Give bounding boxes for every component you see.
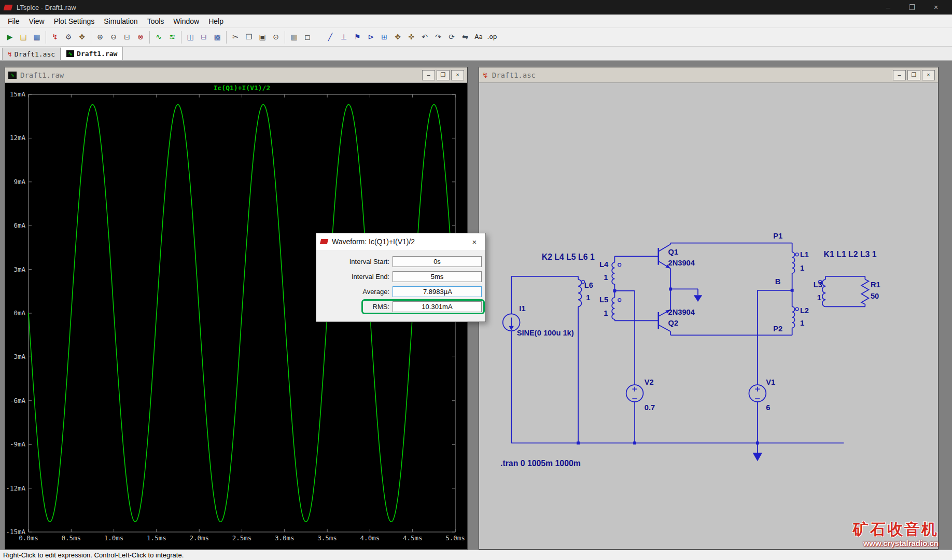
mirror-icon[interactable]: ⇋ xyxy=(458,30,472,44)
v1-value[interactable]: 6 xyxy=(766,403,770,412)
interval-start-input[interactable] xyxy=(393,256,482,267)
l3-value[interactable]: 1 xyxy=(817,293,821,302)
probe-icon[interactable]: ↯ xyxy=(48,30,62,44)
copy-icon[interactable]: ❐ xyxy=(242,30,256,44)
menu-tools[interactable]: Tools xyxy=(143,16,169,27)
print-preview-icon[interactable]: ◻ xyxy=(301,30,314,44)
svg-text:-9mA: -9mA xyxy=(10,440,26,448)
v1-label[interactable]: V1 xyxy=(766,378,775,386)
plot-minimize-button[interactable]: – xyxy=(422,70,435,80)
l4-value[interactable]: 1 xyxy=(604,273,608,282)
close-button[interactable]: × xyxy=(924,0,948,15)
plot-maximize-button[interactable]: ❐ xyxy=(437,70,450,80)
svg-text:0mA: 0mA xyxy=(13,309,25,317)
k2-directive[interactable]: K2 L4 L5 L6 1 xyxy=(542,253,595,261)
save-icon[interactable]: ▦ xyxy=(30,30,44,44)
open-icon[interactable]: ▤ xyxy=(17,30,30,44)
q2-label[interactable]: Q2 xyxy=(668,319,679,327)
schematic-close-button[interactable]: × xyxy=(922,70,935,80)
zoom-in-icon[interactable]: ⊕ xyxy=(93,30,107,44)
dialog-close-icon[interactable]: × xyxy=(468,236,481,247)
zoom-full-icon[interactable]: ⊗ xyxy=(134,30,147,44)
run-icon[interactable]: ▶ xyxy=(3,30,17,44)
autorange-icon[interactable]: ∿ xyxy=(152,30,165,44)
maximize-button[interactable]: ❐ xyxy=(900,0,924,15)
cascade-icon[interactable]: ▩ xyxy=(211,30,224,44)
p1-net-label[interactable]: P1 xyxy=(773,232,782,240)
cut-icon[interactable]: ✂ xyxy=(229,30,242,44)
menu-view[interactable]: View xyxy=(24,16,49,27)
q2-model[interactable]: 2N3904 xyxy=(668,308,695,316)
l5-value[interactable]: 1 xyxy=(604,309,608,317)
undo-icon[interactable]: ↶ xyxy=(418,30,431,44)
r1-label[interactable]: R1 xyxy=(871,281,880,289)
control-panel-icon[interactable]: ⚙ xyxy=(62,30,75,44)
tran-directive[interactable]: .tran 0 1005m 1000m xyxy=(500,459,581,468)
schematic-canvas[interactable]: K2 L4 L5 L6 1 L4 1 L6 1 L5 1 I1 SINE(0 1… xyxy=(479,83,938,549)
v2-value[interactable]: 0.7 xyxy=(645,403,655,412)
tab-draft1-raw[interactable]: ∿ Draft1.raw xyxy=(61,47,123,60)
plot-settings-icon[interactable]: ≋ xyxy=(165,30,179,44)
component-icon[interactable]: ⊞ xyxy=(377,30,391,44)
menu-help[interactable]: Help xyxy=(204,16,228,27)
b-net-label[interactable]: B xyxy=(775,277,781,286)
phase-dot xyxy=(618,263,621,267)
q1-label[interactable]: Q1 xyxy=(668,248,679,256)
i1-label[interactable]: I1 xyxy=(519,304,525,313)
k1-directive[interactable]: K1 L1 L2 L3 1 xyxy=(824,250,877,259)
l5-label[interactable]: L5 xyxy=(599,296,608,304)
interval-end-input[interactable] xyxy=(393,271,482,282)
zoom-area-icon[interactable]: ⊡ xyxy=(120,30,134,44)
p2-net-label[interactable]: P2 xyxy=(773,325,782,333)
l6-label[interactable]: L6 xyxy=(584,281,593,289)
find-icon[interactable]: ⊙ xyxy=(269,30,283,44)
l6-value[interactable]: 1 xyxy=(586,293,590,302)
wire-icon[interactable]: ╱ xyxy=(324,30,337,44)
tab-draft1-asc[interactable]: ↯ Draft1.asc xyxy=(2,48,61,60)
schematic-canvas-area[interactable]: K2 L4 L5 L6 1 L4 1 L6 1 L5 1 I1 SINE(0 1… xyxy=(479,83,938,549)
menu-plot-settings[interactable]: Plot Settings xyxy=(49,16,100,27)
l2-label[interactable]: L2 xyxy=(800,306,809,315)
rms-input[interactable] xyxy=(393,301,482,312)
mdi-workspace: ∿ Draft1.raw – ❐ × 15mA12mA9mA6mA3mA0mA-… xyxy=(0,61,952,550)
paste-icon[interactable]: ▣ xyxy=(256,30,269,44)
pan-icon[interactable]: ✥ xyxy=(75,30,89,44)
interval-end-label: Interval End: xyxy=(352,273,389,281)
zoom-out-icon[interactable]: ⊖ xyxy=(107,30,120,44)
plot-close-button[interactable]: × xyxy=(451,70,464,80)
l4-label[interactable]: L4 xyxy=(599,260,609,269)
l1-label[interactable]: L1 xyxy=(800,250,809,259)
print-icon[interactable]: ▥ xyxy=(287,30,301,44)
diode-icon[interactable]: ⊳ xyxy=(364,30,377,44)
drag-icon[interactable]: ✜ xyxy=(404,30,418,44)
l1-value[interactable]: 1 xyxy=(800,264,804,272)
rotate-icon[interactable]: ⟳ xyxy=(445,30,458,44)
menu-file[interactable]: File xyxy=(3,16,24,27)
menu-simulation[interactable]: Simulation xyxy=(99,16,142,27)
tile-horizontal-icon[interactable]: ⊟ xyxy=(197,30,211,44)
l2-value[interactable]: 1 xyxy=(800,319,804,327)
r1-value[interactable]: 50 xyxy=(871,292,879,300)
spice-directive-icon[interactable]: .op xyxy=(485,30,499,44)
toolbar-separator xyxy=(226,31,227,44)
schematic-maximize-button[interactable]: ❐ xyxy=(907,70,920,80)
text-icon[interactable]: Aa xyxy=(472,30,485,44)
label-icon[interactable]: ⚑ xyxy=(351,30,364,44)
move-icon[interactable]: ✥ xyxy=(391,30,404,44)
q1-model[interactable]: 2N3904 xyxy=(668,259,695,267)
schematic-minimize-button[interactable]: – xyxy=(893,70,906,80)
l3-label[interactable]: L3 xyxy=(814,281,822,289)
redo-icon[interactable]: ↷ xyxy=(431,30,445,44)
app-titlebar[interactable]: LTspice - Draft1.raw – ❐ × xyxy=(0,0,952,15)
tile-vertical-icon[interactable]: ◫ xyxy=(184,30,197,44)
toolbar-separator xyxy=(91,31,91,44)
minimize-button[interactable]: – xyxy=(876,0,900,15)
v2-label[interactable]: V2 xyxy=(645,378,654,386)
schematic-window-titlebar[interactable]: ↯ Draft1.asc – ❐ × xyxy=(479,67,938,83)
average-input[interactable] xyxy=(393,286,482,297)
plot-window-titlebar[interactable]: ∿ Draft1.raw – ❐ × xyxy=(5,67,467,83)
menu-window[interactable]: Window xyxy=(169,16,204,27)
ground-icon[interactable]: ⊥ xyxy=(337,30,351,44)
dialog-titlebar[interactable]: Waveform: Ic(Q1)+I(V1)/2 × xyxy=(316,233,485,250)
i1-source[interactable]: SINE(0 100u 1k) xyxy=(517,329,574,338)
